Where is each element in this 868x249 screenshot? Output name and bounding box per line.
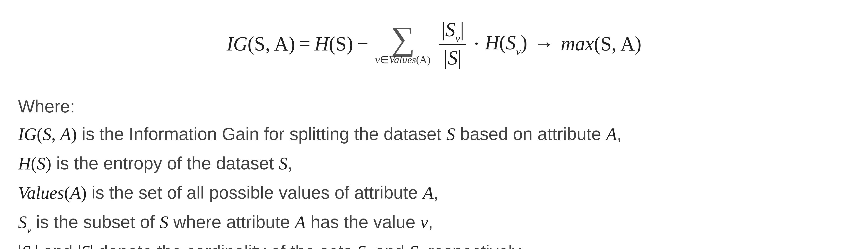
def-text: has the value [306, 212, 420, 232]
max-func: max(S, A) [561, 32, 642, 55]
def-text: is the entropy of the dataset [51, 153, 279, 173]
definition-ig: IG(S, A) is the Information Gain for spl… [18, 120, 850, 148]
fraction-numerator: |Sv| [439, 18, 466, 43]
definition-cardinality: |Sv| and |S| denote the cardinality of t… [18, 238, 850, 249]
fraction-sv-s: |Sv| |S| [439, 18, 466, 69]
def-text: is the set of all possible values of att… [87, 183, 423, 203]
def-text: , [617, 124, 622, 144]
def-text: where attribute [168, 212, 295, 232]
math-s: S [446, 124, 455, 144]
arrow-icon: → [534, 32, 554, 55]
def-text: denote the cardinality of the sets [93, 242, 357, 249]
math-a: A [295, 212, 306, 232]
summation-block: ∑ v∈Values(A) [375, 22, 430, 66]
math-card-s: |S| [78, 242, 93, 249]
math-s: S [160, 212, 168, 232]
sigma-icon: ∑ [391, 22, 415, 55]
fraction-denominator: |S| [441, 46, 464, 69]
math-ig: IG(S, A) [18, 124, 77, 144]
math-hs: H(S) [18, 153, 51, 173]
math-sv: Sv [18, 212, 31, 232]
math-a: A [423, 183, 434, 203]
math-card-sv: |Sv| [18, 242, 38, 249]
def-text: and [370, 242, 409, 249]
def-text: , [428, 212, 433, 232]
math-a: A [606, 124, 617, 144]
math-values-a: Values(A) [18, 183, 87, 203]
def-text: is the Information Gain for splitting th… [77, 124, 446, 144]
definition-hs: H(S) is the entropy of the dataset S, [18, 150, 850, 177]
multiplication-dot: · [474, 32, 479, 55]
def-text: , [434, 183, 438, 203]
math-s: S [409, 242, 418, 249]
math-v: v [420, 212, 428, 232]
entropy-s: H(S) [314, 32, 353, 55]
equals-sign: = [299, 32, 311, 55]
formula-container: IG(S, A) = H(S) − ∑ v∈Values(A) |Sv| |S|… [18, 18, 850, 69]
definition-sv: Sv is the subset of S where attribute A … [18, 208, 850, 236]
definition-values: Values(A) is the set of all possible val… [18, 179, 850, 207]
ig-func: IG(S, A) [226, 32, 295, 55]
math-s: S [279, 153, 287, 173]
math-sv: Sv [357, 242, 370, 249]
def-text: , respectively. [418, 242, 525, 249]
fraction-line [439, 44, 466, 45]
minus-sign: − [357, 32, 368, 55]
information-gain-formula: IG(S, A) = H(S) − ∑ v∈Values(A) |Sv| |S|… [226, 18, 641, 69]
def-text: and [38, 242, 77, 249]
where-label: Where: [18, 96, 850, 117]
summation-subscript: v∈Values(A) [375, 54, 430, 66]
def-text: , [287, 153, 292, 173]
def-text: is the subset of [31, 212, 160, 232]
definitions-list: IG(S, A) is the Information Gain for spl… [18, 120, 850, 249]
entropy-sv: H(Sv) [485, 31, 527, 56]
def-text: based on attribute [455, 124, 606, 144]
